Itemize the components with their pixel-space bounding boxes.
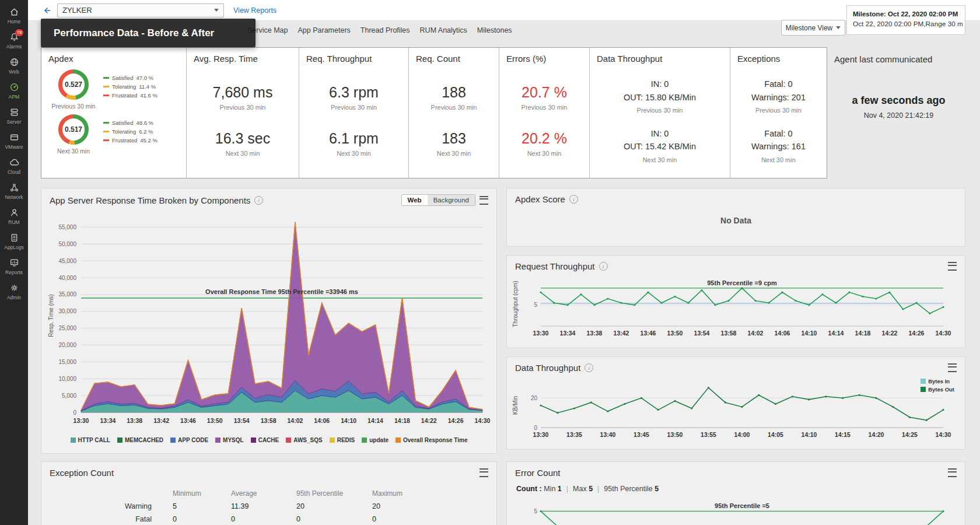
sidebar-item-cloud[interactable]: Cloud (0, 153, 28, 178)
request-throughput-panel: Request Throughput i Throughput (cpm)595… (506, 255, 965, 348)
svg-text:13:46: 13:46 (180, 417, 196, 424)
svg-text:5: 5 (534, 508, 537, 514)
panel-title: Data Throughput (515, 363, 580, 373)
svg-text:13:58: 13:58 (261, 417, 276, 424)
period-label: Next 30 min (187, 150, 299, 157)
menu-icon[interactable] (948, 468, 957, 477)
table-header-row: MinimumAverage95th PercentileMaximum (41, 487, 496, 500)
period-label: Next 30 min (409, 150, 499, 157)
data-throughput-legend: Bytes InBytes Out (921, 378, 954, 394)
sidebar-item-vmware[interactable]: VMware (0, 128, 28, 153)
info-icon[interactable]: i (254, 196, 263, 205)
apm-icon (9, 82, 19, 92)
svg-text:20: 20 (531, 395, 538, 401)
sidebar-item-home[interactable]: Home (0, 3, 28, 28)
stats-label: Count : (516, 485, 542, 493)
stat-item: Max 5 (573, 485, 593, 493)
column-header: Maximum (372, 489, 436, 498)
panel-title: Apdex Score (515, 194, 565, 204)
card-title: Apdex (41, 48, 186, 65)
tab-rum-analytics[interactable]: RUM Analytics (420, 26, 467, 34)
legend-item[interactable]: Bytes Out (921, 386, 954, 393)
metric: 7,680 msPrevious 30 min (187, 84, 299, 111)
svg-text:14:30: 14:30 (936, 330, 951, 337)
menu-icon[interactable] (948, 262, 957, 271)
milestone-view-button[interactable]: Milestone View (781, 20, 845, 36)
svg-text:13:42: 13:42 (153, 417, 169, 424)
svg-text:14:02: 14:02 (287, 417, 303, 424)
legend-item[interactable]: CACHE (251, 437, 279, 443)
svg-text:13:45: 13:45 (634, 431, 649, 438)
svg-text:14:22: 14:22 (882, 330, 898, 337)
back-icon[interactable] (42, 6, 51, 15)
info-icon[interactable]: i (569, 195, 578, 204)
apdex-score-value: 0.517 (57, 113, 90, 146)
legend-item[interactable]: Bytes In (921, 378, 954, 384)
data-throughput-chart[interactable]: KB/Min02013:3013:3513:4013:4513:5013:551… (510, 375, 965, 445)
svg-text:Throughput (cpm): Throughput (cpm) (512, 281, 519, 327)
components-chart-panel: App Server Response Time Broken by Compo… (41, 188, 497, 454)
svg-text:45,000: 45,000 (58, 258, 76, 264)
info-icon[interactable]: i (599, 262, 608, 271)
metric-value: Fatal: 0Warnings: 161 (730, 127, 827, 153)
svg-text:95th Percentile =5: 95th Percentile =5 (715, 502, 769, 509)
sidebar-item-web[interactable]: Web (0, 53, 28, 78)
reports-icon (9, 258, 19, 268)
sidebar-item-label: Server (6, 119, 21, 125)
row-label: Fatal (41, 515, 173, 523)
view-reports-link[interactable]: View Reports (233, 6, 276, 15)
period-label: Next 30 min (590, 156, 730, 163)
menu-icon[interactable] (480, 196, 488, 205)
legend-item[interactable]: APP CODE (170, 437, 208, 443)
legend-item[interactable]: update (362, 437, 388, 443)
legend-item[interactable]: MEMCACHED (117, 437, 163, 443)
svg-text:14:00: 14:00 (734, 431, 750, 438)
info-icon[interactable]: i (584, 363, 593, 372)
error-count-chart[interactable]: 595th Percentile =513:3013:3513:4013:451… (510, 496, 965, 525)
metric: 6.3 rpmPrevious 30 min (299, 84, 408, 111)
legend-item[interactable]: AWS_SQS (286, 437, 322, 443)
sidebar-item-label: Cloud (8, 169, 20, 175)
sidebar-item-alarms[interactable]: 78Alarms (0, 28, 28, 53)
legend-item[interactable]: REDIS (330, 437, 355, 443)
svg-text:0: 0 (73, 410, 76, 416)
toggle-web[interactable]: Web (402, 195, 428, 205)
applogs-icon (9, 233, 19, 243)
toggle-background[interactable]: Background (428, 195, 475, 205)
tab-app-parameters[interactable]: App Parameters (298, 26, 350, 34)
metric-value: IN: 0OUT: 15.80 KB/Min (590, 78, 730, 104)
card-title: Data Throughput (590, 48, 730, 65)
svg-text:14:02: 14:02 (748, 330, 764, 337)
sidebar-item-network[interactable]: Network (0, 178, 28, 204)
tab-thread-profiles[interactable]: Thread Profiles (360, 26, 410, 34)
legend-item[interactable]: Overall Response Time (396, 437, 467, 443)
request-throughput-chart[interactable]: Throughput (cpm)595th Percentile =9 cpm1… (510, 274, 965, 344)
svg-text:13:34: 13:34 (560, 330, 576, 337)
sidebar-item-label: Home (8, 19, 21, 24)
svg-text:14:14: 14:14 (828, 330, 844, 337)
metric-value: 188 (409, 84, 499, 101)
sidebar-item-admin[interactable]: Admin (0, 279, 28, 304)
sidebar-item-applogs[interactable]: AppLogs (0, 229, 28, 254)
legend-item[interactable]: MYSQL (215, 437, 244, 443)
apdex-score-panel: Apdex Score i No Data (506, 188, 965, 247)
svg-text:14:05: 14:05 (768, 431, 783, 438)
svg-text:14:10: 14:10 (802, 431, 817, 438)
tab-milestones[interactable]: Milestones (477, 26, 512, 34)
sidebar-item-server[interactable]: Server (0, 103, 28, 128)
application-selector[interactable]: ZYLKER (57, 4, 224, 18)
svg-text:13:30: 13:30 (74, 417, 89, 424)
svg-text:14:18: 14:18 (394, 417, 410, 424)
sidebar-item-rum[interactable]: RUM (0, 204, 28, 229)
sidebar-item-apm[interactable]: APM (0, 78, 28, 103)
legend-item: Frustrated41.6 % (103, 92, 158, 99)
no-data-message: No Data (507, 216, 965, 225)
legend-item[interactable]: HTTP CALL (71, 437, 110, 443)
svg-text:14:10: 14:10 (802, 330, 817, 337)
menu-icon[interactable] (948, 363, 957, 372)
rum-icon (9, 208, 19, 218)
sidebar-item-reports[interactable]: Reports (0, 254, 28, 279)
menu-icon[interactable] (480, 468, 488, 477)
components-chart[interactable]: Resp. Time (ms)05,00010,00015,00020,0002… (45, 208, 496, 437)
summary-card-req-count: Req. Count188Previous 30 min183Next 30 m… (409, 48, 499, 178)
